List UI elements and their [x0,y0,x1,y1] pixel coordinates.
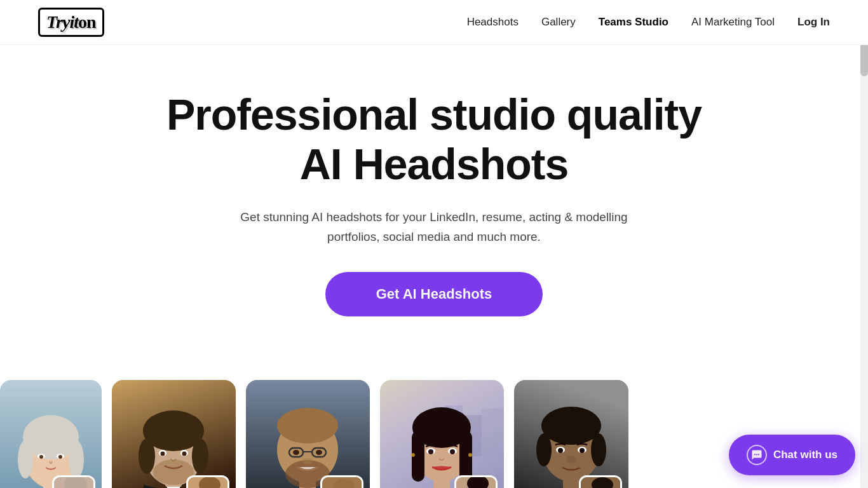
chat-svg-icon [751,449,763,461]
svg-point-72 [536,433,552,466]
photo-ana-main [380,380,504,488]
cta-button[interactable]: Get AI Headshots [325,272,543,316]
svg-point-61 [411,453,415,457]
svg-point-20 [139,438,155,474]
svg-point-26 [182,452,187,456]
photo-nathan-thumb [186,475,229,488]
hero-headline: Professional studio quality AI Headshots [38,90,830,189]
logo[interactable]: Tryiton [38,8,104,37]
navbar: Tryiton Headshots Gallery Teams Studio A… [0,0,868,45]
nav-item-gallery[interactable]: Gallery [541,16,576,29]
svg-point-40 [293,450,299,455]
svg-point-42 [302,458,313,464]
svg-point-76 [558,448,563,453]
photo-nathan-main [112,380,236,488]
gallery-card-nathan: Nathan L CoFounder, Try it on AI [112,380,236,488]
gallery-card-j: J Product Engineer [514,380,628,488]
svg-rect-50 [482,409,504,456]
logo-text: Tryiton [38,8,104,37]
svg-point-77 [580,448,585,453]
nav-item-headshots[interactable]: Headshots [467,16,519,29]
nav-link-teams-studio[interactable]: Teams Studio [599,16,668,28]
svg-point-9 [39,455,43,459]
svg-point-84 [756,454,757,455]
chat-label: Chat with us [773,449,837,461]
hero-section: Professional studio quality AI Headshots… [0,45,868,380]
svg-point-78 [566,456,576,463]
svg-point-60 [450,449,455,454]
svg-point-73 [591,433,606,466]
svg-point-5 [18,440,33,478]
nav-item-teams-studio[interactable]: Teams Studio [599,16,668,29]
svg-point-10 [58,455,62,459]
svg-point-85 [758,454,759,455]
photo-matteo-thumb [320,475,363,488]
svg-point-65 [467,477,489,488]
gallery-card-adriana: Adriana L Founder, Try it on AI [0,380,102,488]
nav-item-login[interactable]: Log In [797,16,830,29]
nav-item-ai-marketing[interactable]: AI Marketing Tool [691,16,775,29]
chat-bubble[interactable]: Chat with us [729,435,855,475]
gallery-card-matteo: Matteo C Advertising Director, Ink Globa… [246,380,370,488]
svg-point-59 [428,449,433,454]
nav-link-login[interactable]: Log In [797,16,830,28]
svg-point-21 [192,438,208,474]
nav-link-headshots[interactable]: Headshots [467,16,519,28]
chat-icon [747,445,767,465]
svg-point-71 [541,407,601,445]
svg-point-62 [468,453,472,457]
nav-link-ai-marketing[interactable]: AI Marketing Tool [691,16,775,28]
photo-matteo-main [246,380,370,488]
svg-point-41 [316,450,322,455]
gallery-card-ana: Ana Luisa HR Advisor, JAL [380,380,504,488]
photo-j-thumb [579,475,622,488]
nav-links: Headshots Gallery Teams Studio AI Market… [467,16,830,29]
photo-adriana-thumb [52,475,95,488]
nav-link-gallery[interactable]: Gallery [541,16,576,28]
svg-point-83 [754,454,756,455]
svg-point-35 [277,408,338,444]
svg-point-13 [64,477,87,488]
photo-adriana-main [0,380,102,488]
photo-j-main [514,380,628,488]
hero-subtext: Get stunning AI headshots for your Linke… [231,208,637,247]
photo-ana-thumb [454,475,498,488]
scrollbar[interactable] [860,0,868,488]
svg-point-25 [161,452,165,456]
svg-point-6 [69,440,84,478]
